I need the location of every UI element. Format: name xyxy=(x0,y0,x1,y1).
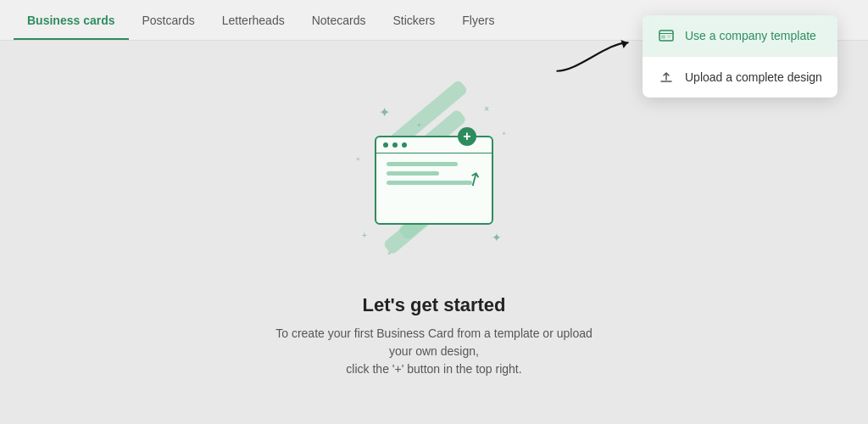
tab-business-cards[interactable]: Business cards xyxy=(14,2,129,39)
text-section: Let's get started To create your first B… xyxy=(273,294,595,378)
tab-flyers[interactable]: Flyers xyxy=(448,2,508,39)
main-content: ✦ × + + × ✦ × + ↗ + Let's get xyxy=(0,41,868,424)
content-line-1 xyxy=(387,162,458,166)
window-body: ↗ xyxy=(376,153,492,198)
menu-item-upload-design[interactable]: Upload a complete design xyxy=(643,57,837,98)
dot1 xyxy=(383,142,388,148)
dot2 xyxy=(392,142,398,148)
tab-stickers[interactable]: Stickers xyxy=(380,2,449,39)
menu-item-company-template-label: Use a company template xyxy=(685,29,816,42)
upload-icon xyxy=(658,69,675,86)
menu-item-company-template[interactable]: Use a company template xyxy=(643,15,837,57)
main-subtext: To create your first Business Card from … xyxy=(273,325,595,378)
illustration: ✦ × + + × ✦ × + ↗ + xyxy=(341,87,527,274)
tab-letterheads[interactable]: Letterheads xyxy=(209,2,298,39)
tab-postcards[interactable]: Postcards xyxy=(129,2,209,39)
curve-arrow: ↗ xyxy=(462,165,487,192)
content-line-3 xyxy=(387,181,472,185)
window-mockup: ↗ + xyxy=(375,136,493,225)
svg-rect-2 xyxy=(661,36,665,39)
menu-item-upload-design-label: Upload a complete design xyxy=(685,70,822,84)
tab-notecards[interactable]: Notecards xyxy=(298,2,380,39)
plus-button: + xyxy=(458,127,476,146)
arrow-pointer xyxy=(550,36,635,81)
template-icon xyxy=(658,27,675,44)
dropdown-menu: Use a company template Upload a complete… xyxy=(643,15,837,98)
main-heading: Let's get started xyxy=(273,294,595,316)
content-line-2 xyxy=(387,171,439,176)
dot3 xyxy=(402,142,407,148)
